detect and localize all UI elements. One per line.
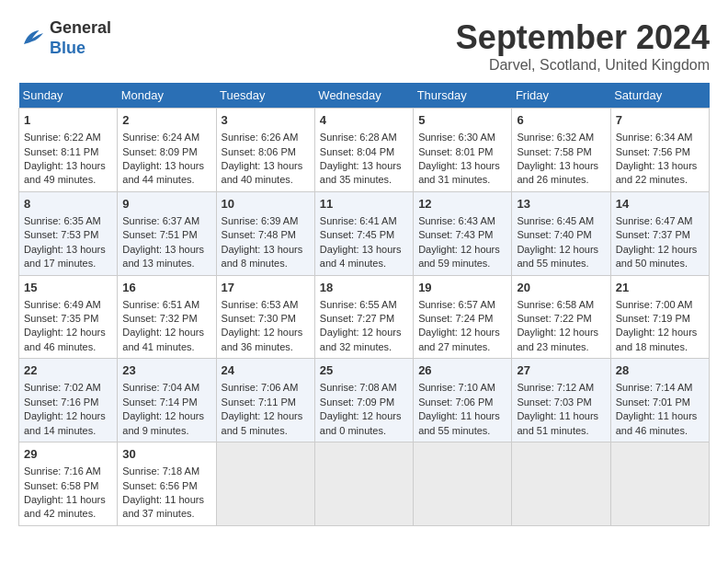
daylight-text: Daylight: 12 hours and 9 minutes. (122, 410, 204, 435)
daylight-text: Daylight: 11 hours and 42 minutes. (24, 494, 106, 519)
sunrise-text: Sunrise: 6:45 AM (517, 215, 594, 226)
calendar-week-row: 29 Sunrise: 7:16 AM Sunset: 6:58 PM Dayl… (19, 442, 710, 526)
daylight-text: Daylight: 13 hours and 26 minutes. (517, 160, 598, 185)
day-number: 21 (616, 280, 704, 296)
day-number: 14 (616, 196, 704, 213)
day-number: 13 (517, 196, 605, 213)
daylight-text: Daylight: 13 hours and 44 minutes. (122, 160, 204, 185)
calendar-table: Sunday Monday Tuesday Wednesday Thursday… (18, 83, 710, 526)
sunrise-text: Sunrise: 6:37 AM (122, 215, 199, 226)
sunrise-text: Sunrise: 6:41 AM (320, 215, 397, 226)
table-row: 27 Sunrise: 7:12 AM Sunset: 7:03 PM Dayl… (512, 359, 610, 442)
daylight-text: Daylight: 12 hours and 46 minutes. (24, 327, 106, 351)
sunrise-text: Sunrise: 6:43 AM (418, 215, 495, 226)
daylight-text: Daylight: 13 hours and 40 minutes. (222, 160, 303, 185)
daylight-text: Daylight: 11 hours and 46 minutes. (616, 410, 698, 435)
sunset-text: Sunset: 7:22 PM (517, 313, 591, 324)
day-number: 1 (24, 112, 112, 129)
day-number: 12 (418, 196, 506, 213)
sunrise-text: Sunrise: 7:14 AM (616, 382, 693, 393)
sunset-text: Sunset: 7:03 PM (517, 396, 591, 408)
sunrise-text: Sunrise: 7:08 AM (320, 382, 397, 393)
table-row: 10 Sunrise: 6:39 AM Sunset: 7:48 PM Dayl… (216, 191, 314, 275)
sunset-text: Sunset: 7:56 PM (616, 146, 690, 157)
table-row: 19 Sunrise: 6:57 AM Sunset: 7:24 PM Dayl… (414, 275, 512, 359)
table-row (216, 442, 314, 526)
day-number: 9 (122, 196, 210, 213)
sunset-text: Sunset: 7:37 PM (616, 229, 690, 240)
sunset-text: Sunset: 6:56 PM (122, 480, 197, 491)
daylight-text: Daylight: 11 hours and 55 minutes. (418, 410, 500, 435)
daylight-text: Daylight: 12 hours and 32 minutes. (320, 327, 402, 351)
sunset-text: Sunset: 7:58 PM (517, 146, 591, 157)
header-saturday: Saturday (610, 83, 709, 109)
sunrise-text: Sunrise: 7:18 AM (122, 465, 199, 477)
table-row: 29 Sunrise: 7:16 AM Sunset: 6:58 PM Dayl… (19, 442, 118, 526)
calendar-week-row: 1 Sunrise: 6:22 AM Sunset: 8:11 PM Dayli… (19, 109, 710, 192)
logo-text: General Blue (50, 18, 111, 58)
day-number: 23 (122, 362, 210, 379)
table-row: 4 Sunrise: 6:28 AM Sunset: 8:04 PM Dayli… (314, 109, 413, 192)
day-number: 15 (24, 280, 112, 296)
day-number: 16 (122, 280, 210, 296)
sunrise-text: Sunrise: 6:49 AM (24, 299, 101, 310)
sunrise-text: Sunrise: 6:57 AM (418, 299, 495, 310)
sunrise-text: Sunrise: 6:26 AM (222, 132, 299, 143)
daylight-text: Daylight: 13 hours and 31 minutes. (418, 160, 500, 185)
sunrise-text: Sunrise: 6:34 AM (616, 132, 693, 143)
table-row: 12 Sunrise: 6:43 AM Sunset: 7:43 PM Dayl… (414, 191, 512, 275)
day-number: 18 (320, 280, 408, 296)
header-thursday: Thursday (414, 83, 512, 109)
daylight-text: Daylight: 12 hours and 36 minutes. (222, 327, 303, 351)
sunset-text: Sunset: 7:51 PM (122, 229, 197, 240)
table-row: 15 Sunrise: 6:49 AM Sunset: 7:35 PM Dayl… (19, 275, 118, 359)
table-row (314, 442, 413, 526)
table-row (512, 442, 610, 526)
sunrise-text: Sunrise: 7:12 AM (517, 382, 594, 393)
daylight-text: Daylight: 13 hours and 22 minutes. (616, 160, 698, 185)
day-number: 27 (517, 362, 605, 379)
daylight-text: Daylight: 13 hours and 13 minutes. (122, 244, 204, 269)
sunrise-text: Sunrise: 6:22 AM (24, 132, 101, 143)
logo-bird-icon (18, 25, 46, 52)
sunrise-text: Sunrise: 7:02 AM (24, 382, 101, 393)
table-row: 21 Sunrise: 7:00 AM Sunset: 7:19 PM Dayl… (610, 275, 709, 359)
logo-line2: Blue (50, 39, 111, 59)
table-row: 22 Sunrise: 7:02 AM Sunset: 7:16 PM Dayl… (19, 359, 118, 442)
sunrise-text: Sunrise: 6:32 AM (517, 132, 594, 143)
location: Darvel, Scotland, United Kingdom (456, 57, 710, 74)
table-row: 23 Sunrise: 7:04 AM Sunset: 7:14 PM Dayl… (118, 359, 216, 442)
daylight-text: Daylight: 12 hours and 41 minutes. (122, 327, 204, 351)
day-number: 30 (122, 446, 210, 463)
sunset-text: Sunset: 7:40 PM (517, 229, 591, 240)
sunset-text: Sunset: 7:01 PM (616, 396, 690, 408)
sunset-text: Sunset: 8:01 PM (418, 146, 493, 157)
day-number: 4 (320, 112, 408, 129)
header-wednesday: Wednesday (314, 83, 413, 109)
sunset-text: Sunset: 7:45 PM (320, 229, 394, 240)
daylight-text: Daylight: 13 hours and 35 minutes. (320, 160, 402, 185)
sunrise-text: Sunrise: 7:16 AM (24, 465, 101, 477)
sunrise-text: Sunrise: 6:30 AM (418, 132, 495, 143)
sunset-text: Sunset: 7:09 PM (320, 396, 394, 408)
table-row: 11 Sunrise: 6:41 AM Sunset: 7:45 PM Dayl… (314, 191, 413, 275)
daylight-text: Daylight: 12 hours and 5 minutes. (222, 410, 303, 435)
table-row: 8 Sunrise: 6:35 AM Sunset: 7:53 PM Dayli… (19, 191, 118, 275)
day-number: 26 (418, 362, 506, 379)
table-row: 17 Sunrise: 6:53 AM Sunset: 7:30 PM Dayl… (216, 275, 314, 359)
day-number: 3 (222, 112, 310, 129)
header-tuesday: Tuesday (216, 83, 314, 109)
calendar-week-row: 8 Sunrise: 6:35 AM Sunset: 7:53 PM Dayli… (19, 191, 710, 275)
daylight-text: Daylight: 12 hours and 27 minutes. (418, 327, 500, 351)
day-number: 22 (24, 362, 112, 379)
sunrise-text: Sunrise: 7:00 AM (616, 299, 693, 310)
table-row: 28 Sunrise: 7:14 AM Sunset: 7:01 PM Dayl… (610, 359, 709, 442)
table-row: 9 Sunrise: 6:37 AM Sunset: 7:51 PM Dayli… (118, 191, 216, 275)
table-row: 1 Sunrise: 6:22 AM Sunset: 8:11 PM Dayli… (19, 109, 118, 192)
sunset-text: Sunset: 7:11 PM (222, 396, 296, 408)
calendar-week-row: 15 Sunrise: 6:49 AM Sunset: 7:35 PM Dayl… (19, 275, 710, 359)
sunrise-text: Sunrise: 6:53 AM (222, 299, 299, 310)
table-row: 7 Sunrise: 6:34 AM Sunset: 7:56 PM Dayli… (610, 109, 709, 192)
day-number: 10 (222, 196, 310, 213)
table-row: 20 Sunrise: 6:58 AM Sunset: 7:22 PM Dayl… (512, 275, 610, 359)
